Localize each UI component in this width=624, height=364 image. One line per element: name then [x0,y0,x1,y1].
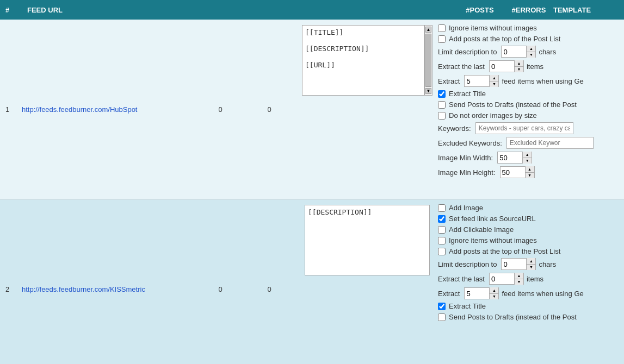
header-template: TEMPLATE [553,6,619,14]
extract-last-spinners-1: ▲ ▼ [514,60,523,72]
extract-last-input-2[interactable] [490,273,514,284]
ignore-images-label-2[interactable]: Ignore items without images [449,236,537,244]
extract-title-label-1[interactable]: Extract Title [449,90,486,98]
option-extract-last-2: Extract the last ▲ ▼ items [438,273,621,285]
keywords-label-1: Keywords: [438,124,471,133]
header-num: # [5,6,27,14]
extract-last-input-1[interactable] [490,61,514,72]
extract-last-input-container-1: ▲ ▼ [489,60,524,72]
add-posts-top-checkbox-1[interactable] [438,35,446,43]
table-header: # FEED URL #POSTS #ERRORS TEMPLATE [0,0,624,20]
feed-template-1: [[TITLE]] [[DESCRIPTION]] [[URL]] ▲ ▼ [299,20,435,101]
limit-desc-input-1[interactable] [502,46,526,57]
set-feed-link-label-2[interactable]: Set feed link as SourceURL [449,215,536,223]
option-extract-feed-1: Extract ▲ ▼ feed items when using Ge [438,75,621,87]
img-min-height-input-1[interactable] [501,167,525,178]
items-label-2: items [527,275,543,283]
option-excluded-keywords-1: Excluded Keywords: [438,137,621,149]
row-url-1: http://feeds.feedburner.com/HubSpot [22,105,196,114]
extract-input-1[interactable] [465,76,489,86]
items-label-1: items [527,62,543,71]
template-textarea-1[interactable]: [[TITLE]] [[DESCRIPTION]] [[URL]] [302,25,424,96]
extract-spin-up-2[interactable]: ▲ [490,287,498,294]
img-min-width-container-1: ▲ ▼ [497,152,532,164]
send-drafts-checkbox-2[interactable] [438,313,446,321]
no-order-label-1[interactable]: Do not order images by size [449,111,537,120]
img-min-width-spinners-1: ▲ ▼ [522,152,532,164]
option-add-image-2: Add Image [438,204,621,212]
clickable-image-checkbox-2[interactable] [438,226,446,234]
option-extract-feed-2: Extract ▲ ▼ feed items when using Ge [438,287,621,299]
keywords-input-1[interactable] [475,122,573,134]
option-no-order-1: Do not order images by size [438,111,621,120]
limit-desc-spinners-1: ▲ ▼ [526,46,535,58]
ignore-images-label-1[interactable]: Ignore items without images [449,24,537,32]
add-posts-top-checkbox-2[interactable] [438,248,446,255]
extract-last-label-1: Extract the last [438,62,485,71]
extract-suffix-1: feed items when using Ge [502,77,583,85]
scrollbar-1[interactable]: ▲ ▼ [424,25,433,96]
extract-title-checkbox-2[interactable] [438,303,446,310]
excl-keywords-input-1[interactable] [506,137,594,149]
extract-last-spin-up-2[interactable]: ▲ [515,273,523,279]
row-errors-1: 0 [245,105,294,114]
img-min-height-spin-up-1[interactable]: ▲ [526,166,534,173]
add-image-checkbox-2[interactable] [438,204,446,212]
extract-spin-down-1[interactable]: ▼ [490,81,498,87]
option-ignore-images-2: Ignore items without images [438,236,621,244]
set-feed-link-checkbox-2[interactable] [438,215,446,223]
ignore-images-checkbox-2[interactable] [438,237,446,244]
extract-last-input-container-2: ▲ ▼ [489,273,524,285]
chars-label-1: chars [539,48,556,56]
extract-spin-down-2[interactable]: ▼ [490,294,498,300]
scroll-up-1[interactable]: ▲ [425,27,431,33]
scroll-thumb-1[interactable] [425,34,431,87]
extract-last-spin-down-2[interactable]: ▼ [515,279,523,285]
header-url: FEED URL [27,6,455,14]
extract-input-2[interactable] [465,288,489,299]
option-keywords-1: Keywords: [438,122,621,134]
header-errors: #ERRORS [504,6,553,14]
option-limit-desc-1: Limit description to ▲ ▼ chars [438,46,621,58]
feed-left-1: 1 http://feeds.feedburner.com/HubSpot 0 … [0,20,299,199]
limit-desc-spin-down-2[interactable]: ▼ [527,265,535,271]
extract-label-2: Extract [438,290,460,298]
add-posts-top-label-1[interactable]: Add posts at the top of the Post List [449,35,560,43]
send-drafts-label-1[interactable]: Send Posts to Drafts (instead of the Pos… [449,101,577,109]
limit-desc-input-container-1: ▲ ▼ [501,46,536,58]
add-posts-top-label-2[interactable]: Add posts at the top of the Post List [449,247,560,255]
feed-url-link-1[interactable]: http://feeds.feedburner.com/HubSpot [22,105,137,114]
extract-spin-up-1[interactable]: ▲ [490,75,498,81]
img-min-width-spin-up-1[interactable]: ▲ [523,152,532,158]
scroll-down-1[interactable]: ▼ [425,88,431,94]
extract-title-label-2[interactable]: Extract Title [449,302,486,310]
limit-desc-label-2: Limit description to [438,260,497,268]
extract-last-spin-down-1[interactable]: ▼ [515,67,523,73]
limit-desc-spin-down-1[interactable]: ▼ [527,52,535,58]
no-order-checkbox-1[interactable] [438,112,446,120]
send-drafts-checkbox-1[interactable] [438,101,446,109]
add-image-label-2[interactable]: Add Image [449,204,483,212]
img-min-height-container-1: ▲ ▼ [500,166,535,178]
option-extract-last-1: Extract the last ▲ ▼ items [438,60,621,72]
clickable-image-label-2[interactable]: Add Clickable Image [449,225,514,234]
option-limit-desc-2: Limit description to ▲ ▼ chars [438,258,621,270]
template-textarea-2[interactable]: [[DESCRIPTION]] [305,205,430,275]
limit-desc-spin-up-2[interactable]: ▲ [527,258,535,265]
limit-desc-input-2[interactable] [502,259,526,269]
option-clickable-image-2: Add Clickable Image [438,225,621,234]
img-min-height-spinners-1: ▲ ▼ [525,166,534,178]
send-drafts-label-2[interactable]: Send Posts to Drafts (instead of the Pos… [449,313,577,321]
img-min-height-spin-down-1[interactable]: ▼ [526,173,534,179]
limit-desc-spin-up-1[interactable]: ▲ [527,46,535,52]
ignore-images-checkbox-1[interactable] [438,24,446,32]
img-min-width-input-1[interactable] [498,152,522,163]
extract-last-spin-up-1[interactable]: ▲ [515,60,523,67]
img-min-width-spin-down-1[interactable]: ▼ [523,158,532,164]
extract-input-container-1: ▲ ▼ [464,75,499,87]
row-num-1: 1 [5,105,22,114]
row-url-2: http://feeds.feedburner.com/KISSmetric [22,285,196,293]
option-add-posts-top-1: Add posts at the top of the Post List [438,35,621,43]
extract-title-checkbox-1[interactable] [438,90,446,98]
feed-url-link-2[interactable]: http://feeds.feedburner.com/KISSmetric [22,285,145,293]
